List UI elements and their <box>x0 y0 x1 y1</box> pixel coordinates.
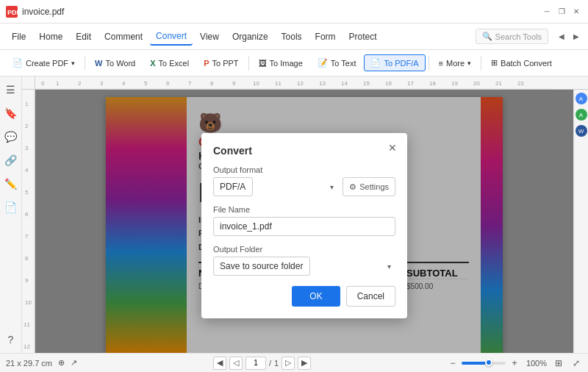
file-name-label: File Name <box>213 205 395 214</box>
output-folder-select-wrapper: Save to source folder <box>213 257 395 276</box>
output-format-select[interactable]: PDF/A <box>213 177 253 196</box>
ruler-corner <box>22 76 35 90</box>
menu-protect[interactable]: Protect <box>343 29 383 45</box>
svg-text:3: 3 <box>25 145 29 151</box>
ok-button[interactable]: OK <box>292 286 340 307</box>
page-total: 1 <box>274 359 279 368</box>
svg-text:7: 7 <box>25 233 29 240</box>
prev-page-button[interactable]: ◀ <box>213 357 226 370</box>
menu-file[interactable]: File <box>6 29 32 45</box>
sidebar-icon-bookmark[interactable]: 🔖 <box>4 106 18 121</box>
fullscreen-button[interactable]: ⤢ <box>570 357 582 369</box>
menu-organize[interactable]: Organize <box>226 29 274 45</box>
ppt-icon: P <box>204 59 209 68</box>
word-icon: W <box>95 59 102 68</box>
svg-text:14: 14 <box>341 80 348 87</box>
svg-text:10: 10 <box>253 80 259 87</box>
menu-home[interactable]: Home <box>33 29 68 45</box>
menu-tools[interactable]: Tools <box>276 29 308 45</box>
sidebar-icon-signature[interactable]: ✏️ <box>4 176 18 191</box>
divider-3 <box>429 56 429 71</box>
close-button[interactable]: ✕ <box>570 6 582 18</box>
last-page-button[interactable]: ▷ <box>282 357 295 370</box>
menu-view[interactable]: View <box>194 29 225 45</box>
ruler-horizontal-container: 0 1 2 3 4 5 6 7 8 9 10 11 12 13 <box>22 76 588 90</box>
svg-text:5: 5 <box>144 80 148 87</box>
status-icon-2: ↗ <box>71 358 77 368</box>
dropdown-icon: ▾ <box>71 60 75 67</box>
page-number-input[interactable] <box>245 357 266 370</box>
svg-text:2: 2 <box>78 80 82 87</box>
to-excel-button[interactable]: X To Excel <box>143 55 196 71</box>
zoom-out-button[interactable]: − <box>447 357 459 369</box>
image-icon: 🖼 <box>259 59 267 68</box>
more-button[interactable]: ≡ More ▾ <box>432 55 478 71</box>
svg-text:4: 4 <box>25 167 29 174</box>
search-placeholder: Search Tools <box>495 32 542 41</box>
dialog-overlay: Convert ✕ Output format PDF/A <box>106 97 503 353</box>
cancel-button[interactable]: Cancel <box>346 286 395 307</box>
search-tools[interactable]: 🔍 Search Tools <box>476 29 548 44</box>
settings-icon: ⚙ <box>349 182 356 192</box>
next-page-button[interactable]: ▶ <box>298 357 311 370</box>
sidebar-icon-link[interactable]: 🔗 <box>4 153 18 168</box>
batch-icon: ⊞ <box>491 58 498 68</box>
divider-2 <box>248 56 249 71</box>
sidebar-icon-comment[interactable]: 💬 <box>4 129 18 144</box>
settings-label: Settings <box>359 182 389 191</box>
output-folder-label: Output Folder <box>213 245 395 254</box>
menu-comment[interactable]: Comment <box>98 29 148 45</box>
svg-text:9: 9 <box>25 277 29 284</box>
status-icon-1: ⊕ <box>58 358 65 368</box>
svg-text:15: 15 <box>363 80 370 87</box>
more-icon: ≡ <box>439 59 443 68</box>
create-pdf-button[interactable]: 📄 Create PDF ▾ <box>6 54 82 71</box>
file-name-input[interactable] <box>213 217 395 236</box>
svg-text:1: 1 <box>25 101 29 107</box>
page-separator: / <box>269 359 271 368</box>
menu-convert[interactable]: Convert <box>150 28 193 46</box>
more-dropdown-icon: ▾ <box>467 60 471 67</box>
sidebar-icon-layers[interactable]: 📄 <box>4 200 18 215</box>
output-folder-select[interactable]: Save to source folder <box>213 257 310 276</box>
to-image-button[interactable]: 🖼 To Image <box>252 55 309 71</box>
to-pdfa-button[interactable]: 📄 To PDF/A <box>364 54 425 71</box>
dialog-close-button[interactable]: ✕ <box>385 140 400 155</box>
nav-forward-button[interactable]: ▶ <box>570 31 582 43</box>
sidebar-icon-menu[interactable]: ☰ <box>4 82 18 97</box>
pdf-page-area: 🐻 COLORFUL HELMETS COMPANY Invoice Invoi… <box>35 90 573 353</box>
pdf-viewer: 0 1 2 3 4 5 6 7 8 9 10 11 12 13 <box>22 76 588 353</box>
dialog-title: Convert <box>213 145 395 157</box>
text-icon: 📝 <box>318 58 328 68</box>
zoom-slider[interactable] <box>462 362 506 365</box>
excel-icon: X <box>150 59 155 68</box>
page-nav-controls: ◀ ◁ / 1 ▷ ▶ <box>213 357 311 370</box>
pdf-page: 🐻 COLORFUL HELMETS COMPANY Invoice Invoi… <box>106 97 503 353</box>
restore-button[interactable]: ❐ <box>556 6 567 18</box>
menu-form[interactable]: Form <box>309 29 342 45</box>
menu-edit[interactable]: Edit <box>70 29 97 45</box>
sidebar-icon-help[interactable]: ? <box>4 332 18 347</box>
app-icon: PDF <box>6 6 18 18</box>
to-text-button[interactable]: 📝 To Text <box>311 54 363 71</box>
right-tool-2[interactable]: A <box>576 109 587 121</box>
right-tool-1[interactable]: A <box>576 93 587 104</box>
svg-text:8: 8 <box>210 80 214 87</box>
fit-page-button[interactable]: ⊞ <box>553 357 564 369</box>
dimensions-label: 21 x 29.7 cm <box>6 359 52 368</box>
zoom-slider-thumb[interactable] <box>485 359 492 366</box>
minimize-button[interactable]: ─ <box>541 6 553 18</box>
to-ppt-button[interactable]: P To PPT <box>197 55 245 71</box>
first-page-button[interactable]: ◁ <box>229 357 243 370</box>
nav-back-button[interactable]: ◀ <box>556 31 567 43</box>
to-word-button[interactable]: W To Word <box>88 55 142 71</box>
settings-button[interactable]: ⚙ Settings <box>343 177 395 196</box>
svg-text:3: 3 <box>100 80 104 87</box>
svg-text:4: 4 <box>122 80 126 87</box>
pdf-body: 1 2 3 4 5 6 7 8 9 10 11 12 <box>22 90 588 353</box>
zoom-level: 100% <box>523 359 547 368</box>
batch-convert-button[interactable]: ⊞ Batch Convert <box>484 54 559 71</box>
dialog-actions: OK Cancel <box>213 286 395 307</box>
right-tool-3[interactable]: W <box>576 125 587 137</box>
zoom-in-button[interactable]: + <box>509 357 520 369</box>
